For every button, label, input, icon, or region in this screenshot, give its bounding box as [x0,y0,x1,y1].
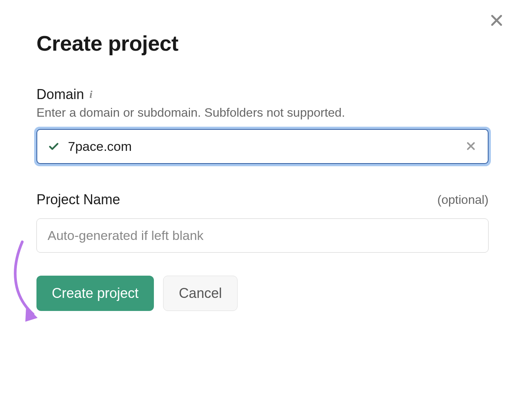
create-project-dialog: Create project Domain i Enter a domain o… [0,0,525,334]
checkmark-icon [48,141,59,152]
info-icon[interactable]: i [89,88,92,101]
project-name-input[interactable] [36,218,489,253]
domain-input-wrapper [36,129,489,164]
optional-label: (optional) [438,193,489,207]
close-icon [489,13,504,29]
domain-label: Domain i [36,86,92,103]
project-name-field-group: Project Name (optional) [36,192,489,253]
x-icon [466,141,476,152]
domain-field-group: Domain i Enter a domain or subdomain. Su… [36,86,489,164]
dialog-title: Create project [36,31,489,56]
domain-hint: Enter a domain or subdomain. Subfolders … [36,106,489,120]
cancel-button[interactable]: Cancel [163,276,238,311]
create-project-button[interactable]: Create project [36,276,154,311]
clear-input-button[interactable] [464,139,478,154]
button-row: Create project Cancel [36,276,489,311]
project-name-label: Project Name [36,192,120,208]
close-button[interactable] [487,12,506,30]
project-name-input-wrapper [36,218,489,253]
domain-input[interactable] [36,129,489,164]
